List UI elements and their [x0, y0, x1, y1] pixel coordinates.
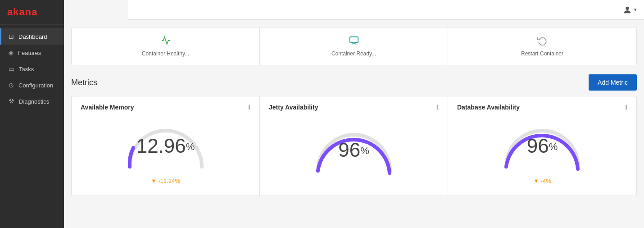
delta-arrow-database-availability: ▼: [533, 178, 540, 184]
restart-container-icon: [537, 36, 547, 48]
configuration-icon: ⊙: [9, 82, 14, 89]
container-ready-icon: [349, 36, 359, 48]
tasks-icon: ▭: [9, 65, 14, 73]
sidebar-item-diagnostics[interactable]: ⚒ Diagnostics: [0, 93, 64, 109]
container-ready-label: Container Ready...: [331, 50, 376, 57]
gauge-value-database-availability: 96%: [527, 136, 558, 156]
container-healthy-icon: [161, 36, 171, 48]
sidebar-nav: ⊡ Dashboard ◈ Features ▭ Tasks ⊙ Configu…: [0, 25, 64, 109]
delta-arrow-available-memory: ▼: [151, 178, 158, 184]
gauge-value-available-memory: 12.96%: [136, 136, 195, 156]
metric-card-jetty-availability: Jetty Availability ℹ 96%: [260, 96, 448, 196]
sidebar-item-dashboard[interactable]: ⊡ Dashboard: [0, 28, 64, 45]
metric-center-database-availability: 96% ▼ -4%: [457, 114, 627, 187]
metric-card-available-memory: Available Memory ℹ 12.96%: [72, 96, 260, 196]
dashboard-icon: ⊡: [9, 33, 14, 40]
status-card-container-ready[interactable]: Container Ready...: [260, 27, 448, 65]
logo: akana: [0, 0, 64, 25]
gauge-jetty-availability: 96%: [304, 121, 404, 180]
sidebar-item-label: Tasks: [19, 66, 34, 73]
svg-rect-1: [349, 37, 358, 43]
metrics-cards-row: Available Memory ℹ 12.96%: [71, 96, 637, 196]
metric-header-available-memory: Available Memory ℹ: [81, 104, 250, 111]
metric-header-jetty-availability: Jetty Availability ℹ: [269, 104, 439, 111]
status-card-restart-container[interactable]: Restart Container: [448, 27, 636, 65]
user-menu[interactable]: ▾: [622, 5, 637, 15]
sidebar-item-label: Configuration: [18, 82, 53, 89]
topbar: ▾: [128, 0, 644, 20]
user-icon: [622, 5, 632, 15]
main-content: Container Healthy... Container Ready...: [64, 20, 644, 228]
gauge-value-jetty-availability: 96%: [338, 140, 369, 160]
container-healthy-label: Container Healthy...: [142, 50, 189, 57]
delta-value-database-availability: -4%: [541, 178, 551, 184]
metric-header-database-availability: Database Availability ℹ: [457, 104, 627, 111]
sidebar-item-tasks[interactable]: ▭ Tasks: [0, 61, 64, 77]
restart-container-label: Restart Container: [521, 50, 563, 57]
sidebar-item-label: Diagnostics: [19, 98, 49, 105]
metric-name-available-memory: Available Memory: [81, 104, 134, 111]
gauge-delta-available-memory: ▼ -11.24%: [151, 178, 180, 184]
metrics-header: Metrics Add Metric: [71, 74, 637, 91]
status-cards-row: Container Healthy... Container Ready...: [71, 27, 637, 65]
sidebar-item-features[interactable]: ◈ Features: [0, 45, 64, 61]
diagnostics-icon: ⚒: [9, 98, 14, 105]
metric-card-database-availability: Database Availability ℹ 96%: [448, 96, 636, 196]
metric-name-jetty-availability: Jetty Availability: [269, 104, 318, 111]
metric-name-database-availability: Database Availability: [457, 104, 520, 111]
info-icon-available-memory[interactable]: ℹ: [248, 104, 250, 111]
sidebar-item-configuration[interactable]: ⊙ Configuration: [0, 77, 64, 93]
add-metric-button[interactable]: Add Metric: [589, 74, 637, 91]
delta-value-available-memory: -11.24%: [159, 178, 180, 184]
gauge-database-availability: 96%: [493, 117, 592, 176]
features-icon: ◈: [9, 49, 14, 56]
sidebar-item-label: Features: [18, 50, 41, 56]
metrics-title: Metrics: [71, 78, 97, 87]
info-icon-database-availability[interactable]: ℹ: [625, 104, 627, 111]
logo-text: akana: [7, 6, 37, 18]
info-icon-jetty-availability[interactable]: ℹ: [436, 104, 439, 111]
metric-center-jetty-availability: 96%: [269, 114, 439, 187]
chevron-down-icon: ▾: [634, 7, 637, 13]
metric-center-available-memory: 12.96% ▼ -11.24%: [81, 114, 250, 187]
svg-point-0: [626, 6, 629, 9]
gauge-available-memory: 12.96%: [116, 117, 215, 176]
sidebar: akana ⊡ Dashboard ◈ Features ▭ Tasks ⊙ C…: [0, 0, 64, 228]
gauge-delta-database-availability: ▼ -4%: [533, 178, 551, 184]
sidebar-item-label: Dashboard: [18, 33, 47, 40]
status-card-container-healthy[interactable]: Container Healthy...: [72, 27, 260, 65]
